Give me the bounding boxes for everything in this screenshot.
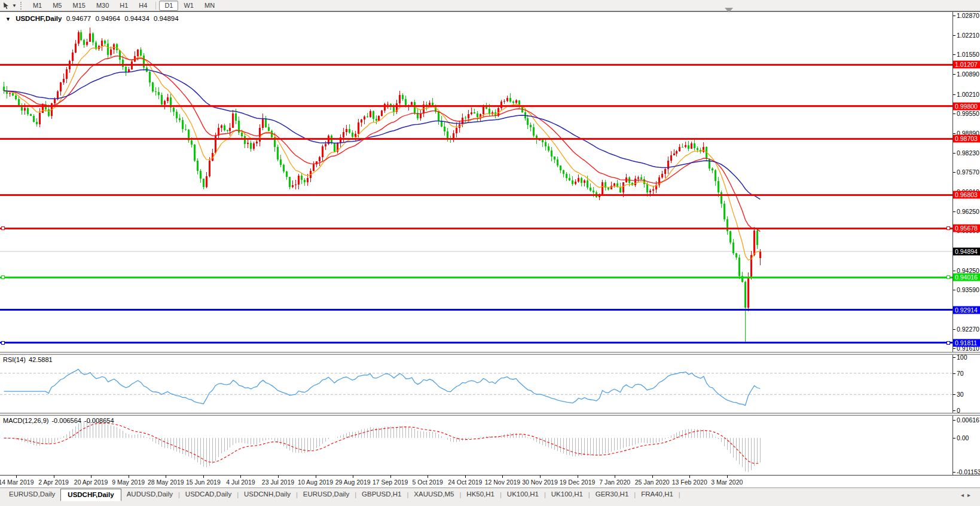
timeframe-button-h4[interactable]: H4 (133, 1, 152, 11)
date-label: 4 Jul 2019 (226, 479, 255, 486)
macd-axis-tick (953, 420, 955, 421)
macd-histogram (4, 420, 761, 472)
level-price-label[interactable]: 0.99800 (953, 102, 980, 110)
level-price-label[interactable]: 0.96803 (953, 191, 980, 199)
date-label: 30 Nov 2019 (522, 479, 558, 486)
price-tick-label: 1.00210 (957, 91, 979, 98)
chart-tab-uk100-h1[interactable]: UK100,H1 (546, 489, 588, 500)
price-tick (953, 329, 955, 330)
scroll-left-icon[interactable]: ◂ (961, 492, 967, 498)
rsi-name: RSI(14) (3, 356, 26, 363)
price-tick-label: 0.93590 (957, 286, 979, 293)
current-price-label: 0.94894 (953, 247, 980, 255)
ma-21-line (4, 56, 761, 232)
price-tick-label: 0.98230 (957, 149, 979, 157)
date-label: 17 Sep 2019 (373, 479, 408, 486)
date-label: 29 Aug 2019 (335, 479, 371, 486)
price-tick-label: 0.92270 (957, 326, 979, 333)
price-tick-label: 0.99550 (957, 110, 979, 117)
price-tick (953, 94, 955, 95)
timeframe-button-m1[interactable]: M1 (28, 1, 47, 11)
date-tick (16, 476, 17, 478)
date-label: 23 Jul 2019 (262, 479, 294, 486)
symbol-name: USDCHF,Daily (16, 15, 62, 22)
level-price-label[interactable]: 0.95678 (953, 225, 980, 232)
level-price-label[interactable]: 0.91811 (953, 339, 980, 346)
price-tick-label: 1.00890 (957, 70, 979, 78)
price-tick (953, 153, 955, 154)
date-label: 9 May 2019 (112, 479, 145, 486)
collapse-icon[interactable]: ▼ (5, 16, 11, 22)
line-handle[interactable] (947, 276, 950, 279)
panel-splitter[interactable] (0, 352, 980, 355)
chart-tab-ger30-h1[interactable]: GER30,H1 (590, 489, 634, 500)
date-tick (689, 476, 690, 478)
line-handle[interactable] (947, 227, 950, 230)
ma-55-line (4, 70, 761, 200)
rsi-line (4, 369, 761, 406)
date-tick (316, 476, 316, 478)
date-tick (578, 476, 578, 478)
date-label: 20 Apr 2019 (74, 479, 108, 486)
price-tick-label: 1.02210 (957, 32, 979, 39)
date-label: 10 Aug 2019 (298, 479, 333, 486)
date-tick (428, 476, 428, 478)
date-tick (278, 476, 279, 478)
line-handle[interactable] (1, 227, 4, 230)
tab-scroll-arrows[interactable]: ◂▸ (961, 489, 978, 498)
date-label: 28 May 2019 (148, 479, 184, 486)
level-price-label[interactable]: 0.92914 (953, 306, 980, 314)
toolbar-grip[interactable] (20, 2, 24, 10)
line-handle[interactable] (947, 341, 950, 344)
macd-axis-tick (953, 472, 955, 473)
chevron-down-icon[interactable]: ▼ (12, 3, 17, 8)
chart-tab-uk100-h1[interactable]: UK100,H1 (502, 489, 544, 500)
cursor-tool-icon[interactable] (2, 1, 11, 10)
rsi-panel (0, 355, 952, 413)
chart-tab-gbpusd-h1[interactable]: GBPUSD,H1 (356, 489, 407, 500)
date-tick (652, 476, 653, 478)
ohlc-low: 0.94434 (124, 15, 149, 22)
price-tick (953, 74, 955, 75)
date-tick (502, 476, 503, 478)
panel-splitter[interactable] (0, 413, 980, 416)
timeframe-button-d1[interactable]: D1 (159, 1, 178, 11)
chart-title: ▼ USDCHF,Daily 0.94677 0.94964 0.94434 0… (5, 15, 181, 22)
line-handle[interactable] (1, 276, 4, 279)
price-tick (953, 35, 955, 36)
chart-tab-usdcnh-daily[interactable]: USDCNH,Daily (239, 489, 296, 500)
ohlc-close: 0.94894 (154, 15, 179, 22)
line-handle[interactable] (1, 341, 4, 344)
chart-tab-audusd-daily[interactable]: AUDUSD,Daily (121, 489, 178, 500)
chart-tab-eurusd-daily[interactable]: EURUSD,Daily (298, 489, 355, 500)
timeframe-button-h1[interactable]: H1 (114, 1, 133, 11)
date-label: 5 Oct 2019 (413, 479, 443, 486)
mt4-terminal: ▼ M1M5M15M30H1H4D1W1MN ▼ USDCHF,Daily 0.… (0, 0, 980, 506)
rsi-axis-label: 30 (957, 391, 964, 398)
date-label: 7 Jan 2020 (599, 479, 630, 486)
level-price-label[interactable]: 0.94016 (953, 274, 980, 281)
macd-name: MACD(12,26,9) (3, 417, 48, 424)
chart-tab-eurusd-daily[interactable]: EURUSD,Daily (4, 489, 60, 500)
timeframe-button-m5[interactable]: M5 (47, 1, 67, 11)
scroll-right-icon[interactable]: ▸ (967, 492, 974, 498)
chart-tab-usdchf-daily[interactable]: USDCHF,Daily (60, 489, 121, 501)
rsi-axis-tick (953, 357, 955, 358)
macd-axis-label: 0.00 (957, 434, 969, 441)
chart-tab-xauusd-m5[interactable]: XAUUSD,M5 (408, 489, 459, 500)
chart-tab-hk50-h1[interactable]: HK50,H1 (461, 489, 500, 500)
timeframe-button-w1[interactable]: W1 (178, 1, 199, 11)
tab-separator: | (679, 489, 680, 498)
chart-tab-fra40-h1[interactable]: FRA40,H1 (636, 489, 679, 500)
chart-shift-marker[interactable] (725, 8, 733, 13)
date-label: 13 Feb 2020 (672, 479, 707, 486)
timeframe-button-m30[interactable]: M30 (91, 1, 114, 11)
timeframe-button-m15[interactable]: M15 (67, 1, 90, 11)
timeframe-button-mn[interactable]: MN (199, 1, 220, 11)
macd-signal-value: -0.008654 (84, 417, 114, 424)
chart-tab-usdcad-daily[interactable]: USDCAD,Daily (180, 489, 237, 500)
level-price-label[interactable]: 1.01207 (953, 61, 980, 69)
date-tick (353, 476, 353, 478)
level-price-label[interactable]: 0.98703 (953, 135, 980, 143)
price-tick (953, 54, 955, 55)
